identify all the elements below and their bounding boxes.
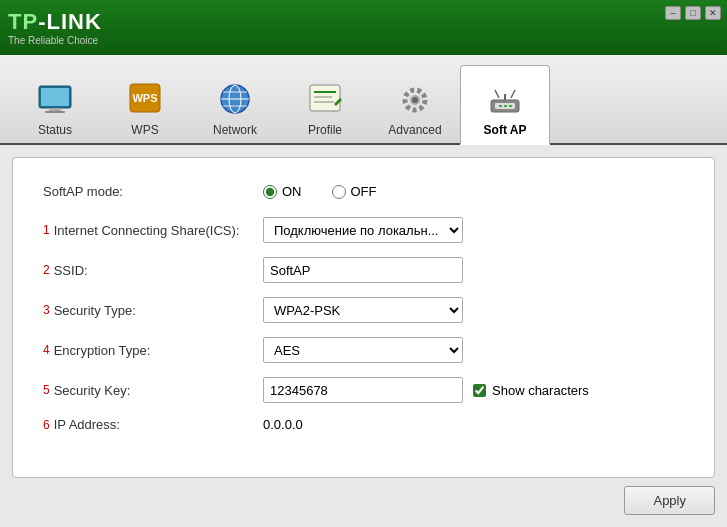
svg-line-25 [495, 90, 499, 98]
encryption-type-control: AES TKIP [263, 337, 684, 363]
svg-point-18 [412, 97, 418, 103]
tab-wps-label: WPS [131, 123, 158, 137]
restore-button[interactable]: □ [685, 6, 701, 20]
encryption-type-label: 4 Encryption Type: [43, 343, 263, 358]
svg-rect-2 [49, 108, 61, 111]
radio-on-option[interactable]: ON [263, 184, 302, 199]
tab-profile-label: Profile [308, 123, 342, 137]
tab-wps[interactable]: WPS WPS [100, 63, 190, 143]
gear-icon [395, 81, 435, 119]
ssid-input[interactable] [263, 257, 463, 283]
ssid-num: 2 [43, 263, 50, 277]
ssid-label: 2 SSID: [43, 263, 263, 278]
ip-address-label: 6 IP Address: [43, 417, 263, 432]
svg-rect-22 [504, 105, 507, 107]
profile-icon [305, 81, 345, 119]
tab-advanced-label: Advanced [388, 123, 441, 137]
encryption-type-row: 4 Encryption Type: AES TKIP [43, 337, 684, 363]
radio-on-label: ON [282, 184, 302, 199]
security-type-num: 3 [43, 303, 50, 317]
svg-rect-23 [509, 105, 512, 107]
tab-status[interactable]: Status [10, 63, 100, 143]
tab-status-label: Status [38, 123, 72, 137]
security-type-row: 3 Security Type: WPA2-PSK WPA-PSK None [43, 297, 684, 323]
encryption-type-select[interactable]: AES TKIP [263, 337, 463, 363]
minimize-button[interactable]: – [665, 6, 681, 20]
monitor-icon [35, 81, 75, 119]
content-panel: SoftAP mode: ON OFF 1 Internet Connectin… [12, 157, 715, 478]
ip-address-text: 0.0.0.0 [263, 417, 303, 432]
security-key-control: Show characters [263, 377, 684, 403]
svg-rect-21 [499, 105, 502, 107]
radio-on-input[interactable] [263, 185, 277, 199]
ssid-row: 2 SSID: [43, 257, 684, 283]
ics-control: Подключение по локальн... [263, 217, 684, 243]
brand-tagline: The Reliable Choice [8, 35, 102, 46]
globe-icon [215, 81, 255, 119]
main-content: SoftAP mode: ON OFF 1 Internet Connectin… [0, 145, 727, 527]
tab-softap-label: Soft AP [484, 123, 527, 137]
tab-advanced[interactable]: Advanced [370, 63, 460, 143]
softap-mode-row: SoftAP mode: ON OFF [43, 178, 684, 199]
svg-line-26 [511, 90, 515, 98]
radio-options: ON OFF [263, 184, 377, 199]
tab-network-label: Network [213, 123, 257, 137]
close-button[interactable]: ✕ [705, 6, 721, 20]
svg-rect-3 [45, 111, 65, 113]
brand-logo: TP-LINK The Reliable Choice [8, 9, 102, 46]
title-bar: TP-LINK The Reliable Choice – □ ✕ [0, 0, 727, 55]
tab-softap[interactable]: Soft AP [460, 65, 550, 145]
encryption-type-num: 4 [43, 343, 50, 357]
navigation-bar: Status WPS WPS Network [0, 55, 727, 145]
security-type-select[interactable]: WPA2-PSK WPA-PSK None [263, 297, 463, 323]
ics-num: 1 [43, 223, 50, 237]
security-key-input[interactable] [263, 377, 463, 403]
apply-button[interactable]: Apply [624, 486, 715, 515]
ics-label: 1 Internet Connecting Share(ICS): [43, 223, 263, 238]
security-type-label: 3 Security Type: [43, 303, 263, 318]
svg-rect-11 [310, 85, 340, 111]
ssid-control [263, 257, 684, 283]
show-characters-container: Show characters [473, 383, 589, 398]
ics-select[interactable]: Подключение по локальн... [263, 217, 463, 243]
radio-off-label: OFF [351, 184, 377, 199]
wps-icon: WPS [125, 81, 165, 119]
ics-row: 1 Internet Connecting Share(ICS): Подклю… [43, 217, 684, 243]
tab-network[interactable]: Network [190, 63, 280, 143]
tab-profile[interactable]: Profile [280, 63, 370, 143]
security-key-row: 5 Security Key: Show characters [43, 377, 684, 403]
svg-text:WPS: WPS [132, 92, 157, 104]
svg-rect-1 [41, 88, 69, 106]
button-bar: Apply [12, 478, 715, 515]
window-controls: – □ ✕ [665, 6, 721, 20]
radio-off-option[interactable]: OFF [332, 184, 377, 199]
router-icon [485, 81, 525, 119]
security-key-num: 5 [43, 383, 50, 397]
ip-address-row: 6 IP Address: 0.0.0.0 [43, 417, 684, 432]
brand-name: TP-LINK [8, 9, 102, 35]
radio-off-input[interactable] [332, 185, 346, 199]
show-characters-label: Show characters [492, 383, 589, 398]
softap-mode-label: SoftAP mode: [43, 184, 263, 199]
show-characters-checkbox[interactable] [473, 384, 486, 397]
ip-address-num: 6 [43, 418, 50, 432]
security-key-label: 5 Security Key: [43, 383, 263, 398]
security-type-control: WPA2-PSK WPA-PSK None [263, 297, 684, 323]
ip-address-value: 0.0.0.0 [263, 417, 684, 432]
